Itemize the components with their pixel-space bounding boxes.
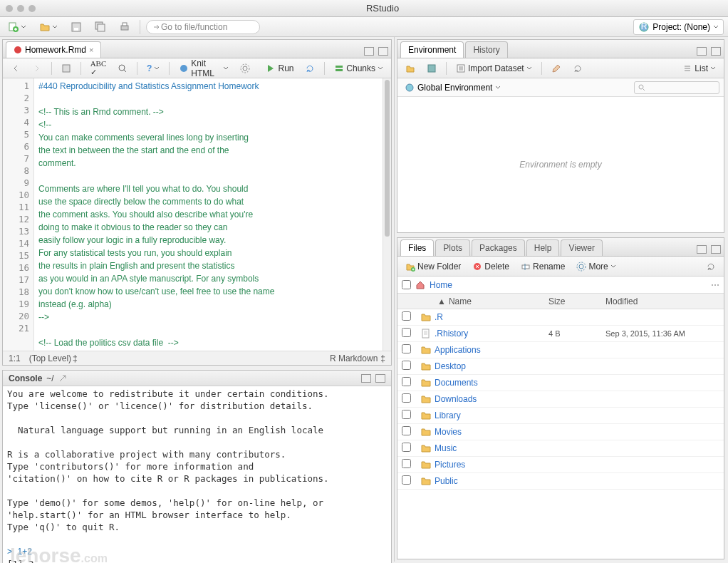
find-button[interactable] <box>114 62 131 75</box>
file-type-label[interactable]: R Markdown <box>330 353 378 363</box>
file-checkbox[interactable] <box>402 443 411 452</box>
save-all-button[interactable] <box>91 19 110 35</box>
file-checkbox[interactable] <box>402 410 411 419</box>
file-checkbox[interactable] <box>402 459 411 468</box>
file-row[interactable]: Applications <box>397 342 724 358</box>
rename-button[interactable]: Rename <box>517 260 568 273</box>
column-size[interactable]: Size <box>548 296 605 306</box>
print-button[interactable] <box>115 19 134 35</box>
maximize-pane-button[interactable] <box>378 47 388 56</box>
tab-viewer[interactable]: Viewer <box>561 239 602 256</box>
tab-plots[interactable]: Plots <box>435 239 470 256</box>
outline-level[interactable]: (Top Level) <box>29 353 71 363</box>
minimize-pane-button[interactable] <box>697 47 707 56</box>
file-name[interactable]: Library <box>435 410 548 420</box>
file-row[interactable]: Library <box>397 408 724 424</box>
file-checkbox[interactable] <box>402 475 411 485</box>
code-area[interactable]: #440 Reproducibility and Statistics Assi… <box>34 78 383 351</box>
more-paths-button[interactable]: ⋯ <box>711 280 719 290</box>
zoom-window-button[interactable] <box>28 5 36 12</box>
tab-files[interactable]: Files <box>400 239 434 256</box>
file-row[interactable]: Public <box>397 473 724 490</box>
editor-scrollbar[interactable] <box>383 78 391 351</box>
maximize-pane-button[interactable] <box>711 47 721 56</box>
environment-scope-select[interactable]: Global Environment <box>402 81 504 94</box>
file-row[interactable]: Documents <box>397 375 724 391</box>
source-editor[interactable]: 123456789101112131415161718192021 #440 R… <box>3 78 391 351</box>
file-checkbox[interactable] <box>402 344 411 353</box>
file-checkbox[interactable] <box>402 393 411 403</box>
delete-button[interactable]: Delete <box>469 260 513 273</box>
view-mode-button[interactable]: List <box>679 62 719 75</box>
tab-history[interactable]: History <box>465 41 507 58</box>
file-row[interactable]: .R <box>397 309 724 326</box>
file-name[interactable]: Documents <box>435 378 548 388</box>
back-button[interactable] <box>7 62 24 75</box>
minimize-pane-button[interactable] <box>361 374 371 383</box>
tab-packages[interactable]: Packages <box>472 239 525 256</box>
document-options-button[interactable] <box>236 62 254 75</box>
console-output[interactable]: You are welcome to redistribute it under… <box>3 386 391 563</box>
file-row[interactable]: Downloads <box>397 391 724 408</box>
close-window-button[interactable] <box>6 5 13 12</box>
open-file-button[interactable] <box>36 19 61 35</box>
file-name[interactable]: .R <box>435 312 548 322</box>
refresh-files-button[interactable] <box>702 260 719 273</box>
source-tab-homework[interactable]: Homework.Rmd × <box>6 41 101 58</box>
save-button[interactable] <box>67 19 85 35</box>
new-folder-button[interactable]: New Folder <box>402 260 464 273</box>
file-row[interactable]: .Rhistory 4 B Sep 3, 2015, 11:36 AM <box>397 326 724 342</box>
file-name[interactable]: Movies <box>435 427 548 437</box>
refresh-env-button[interactable] <box>569 62 586 75</box>
forward-button[interactable] <box>28 62 46 75</box>
maximize-pane-button[interactable] <box>375 374 385 383</box>
minimize-pane-button[interactable] <box>697 245 707 254</box>
minimize-pane-button[interactable] <box>364 47 374 56</box>
save-source-button[interactable] <box>58 62 75 75</box>
more-button[interactable]: More <box>573 260 619 273</box>
goto-file-function[interactable]: Go to file/function <box>146 20 260 34</box>
spellcheck-button[interactable]: ABC✓ <box>87 58 110 78</box>
file-checkbox[interactable] <box>402 311 411 321</box>
column-name[interactable]: Name <box>449 296 548 306</box>
file-row[interactable]: Movies <box>397 424 724 440</box>
file-name[interactable]: Applications <box>435 345 548 355</box>
file-size: 4 B <box>548 329 605 338</box>
file-checkbox[interactable] <box>402 328 411 337</box>
popout-icon[interactable] <box>58 374 67 383</box>
file-name[interactable]: Music <box>435 443 548 453</box>
tab-help[interactable]: Help <box>526 239 560 256</box>
knit-button[interactable]: Knit HTML <box>175 57 232 80</box>
chunks-button[interactable]: Chunks <box>331 62 387 75</box>
column-modified[interactable]: Modified <box>605 296 719 306</box>
file-checkbox[interactable] <box>402 377 411 386</box>
file-name[interactable]: Pictures <box>435 460 548 470</box>
home-icon[interactable] <box>415 280 425 290</box>
file-name[interactable]: .Rhistory <box>435 329 548 339</box>
minimize-window-button[interactable] <box>17 5 24 12</box>
save-workspace-button[interactable] <box>423 62 440 75</box>
breadcrumb-home[interactable]: Home <box>430 280 452 290</box>
load-workspace-button[interactable] <box>402 62 419 75</box>
import-dataset-button[interactable]: Import Dataset <box>452 62 536 75</box>
clear-workspace-button[interactable] <box>548 62 565 75</box>
run-button[interactable]: Run <box>262 62 297 75</box>
file-row[interactable]: Desktop <box>397 358 724 375</box>
maximize-pane-button[interactable] <box>711 245 721 254</box>
select-all-checkbox[interactable] <box>402 280 411 289</box>
help-button[interactable]: ? <box>143 62 163 75</box>
file-checkbox[interactable] <box>402 426 411 435</box>
file-name[interactable]: Desktop <box>435 361 548 371</box>
new-file-button[interactable] <box>4 19 30 35</box>
close-tab-button[interactable]: × <box>89 46 93 54</box>
file-name[interactable]: Downloads <box>435 394 548 404</box>
file-name[interactable]: Public <box>435 476 548 486</box>
project-menu-button[interactable]: R Project: (None) <box>633 19 724 35</box>
tab-environment[interactable]: Environment <box>400 41 464 58</box>
rerun-button[interactable] <box>301 62 318 75</box>
environment-search[interactable] <box>634 81 719 94</box>
file-checkbox[interactable] <box>402 361 411 370</box>
svg-rect-5 <box>98 24 105 31</box>
file-row[interactable]: Pictures <box>397 457 724 473</box>
file-row[interactable]: Music <box>397 440 724 457</box>
